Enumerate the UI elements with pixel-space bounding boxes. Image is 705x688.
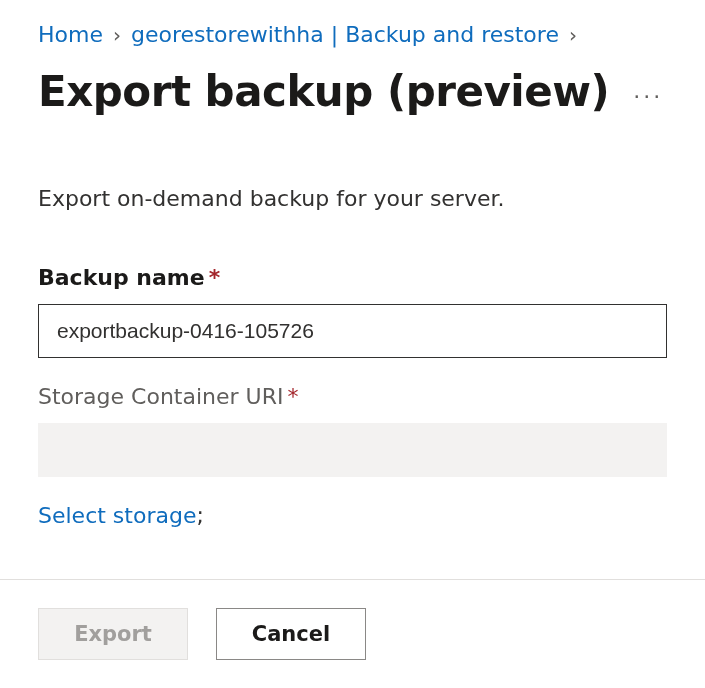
breadcrumb: Home › georestorewithha | Backup and res… — [0, 0, 705, 57]
storage-uri-label-text: Storage Container URI — [38, 384, 283, 409]
chevron-right-icon: › — [109, 23, 125, 47]
backup-name-input[interactable] — [38, 304, 667, 358]
page-title: Export backup (preview) — [38, 67, 609, 116]
backup-name-label-text: Backup name — [38, 265, 205, 290]
required-asterisk: * — [287, 384, 298, 409]
title-row: Export backup (preview) ··· — [0, 57, 705, 116]
storage-uri-label: Storage Container URI* — [38, 384, 667, 409]
backup-name-field: Backup name* — [38, 265, 667, 358]
select-storage-link[interactable]: Select storage — [38, 503, 196, 528]
storage-uri-field: Storage Container URI* — [38, 384, 667, 477]
breadcrumb-home[interactable]: Home — [38, 22, 103, 47]
backup-name-label: Backup name* — [38, 265, 667, 290]
select-storage-suffix: ; — [196, 503, 203, 528]
footer-actions: Export Cancel — [0, 579, 705, 688]
breadcrumb-resource[interactable]: georestorewithha | Backup and restore — [131, 22, 559, 47]
export-button: Export — [38, 608, 188, 660]
content-area: Export on-demand backup for your server.… — [0, 116, 705, 528]
chevron-right-icon: › — [565, 23, 581, 47]
select-storage-line: Select storage; — [38, 503, 667, 528]
required-asterisk: * — [209, 265, 221, 290]
more-icon[interactable]: ··· — [633, 74, 663, 109]
storage-uri-input — [38, 423, 667, 477]
page-description: Export on-demand backup for your server. — [38, 186, 667, 211]
cancel-button[interactable]: Cancel — [216, 608, 366, 660]
